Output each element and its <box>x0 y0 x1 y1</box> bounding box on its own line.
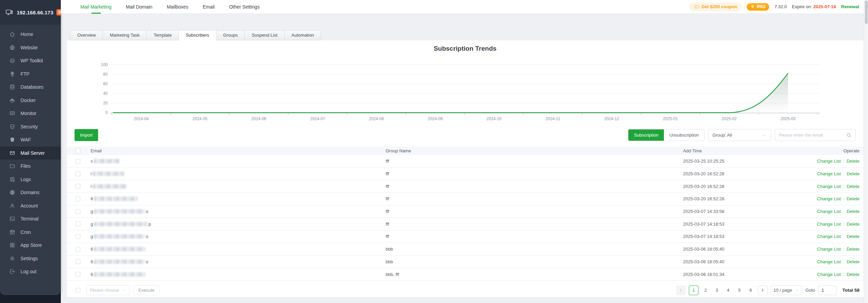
sidebar-item-app-store[interactable]: App Store <box>0 239 61 252</box>
server-info: 192.168.66.173 0 <box>0 0 61 25</box>
unsubscription-toggle[interactable]: Unsubscription <box>664 129 704 141</box>
renewal-link[interactable]: Renewal <box>841 4 859 9</box>
coupon-button[interactable]: Get $200 coupon <box>690 2 742 11</box>
change-list-link[interactable]: Change List <box>817 196 841 201</box>
sidebar-item-mail-server[interactable]: Mail Server <box>0 147 61 160</box>
sidebar-item-ftp[interactable]: FTP <box>0 67 61 81</box>
email-search-input[interactable] <box>779 132 846 138</box>
sidebar-item-website[interactable]: Website <box>0 41 61 54</box>
select-all-checkbox[interactable] <box>76 149 80 153</box>
sidebar-item-logs[interactable]: Logs <box>0 173 61 186</box>
subscribers-table: Email Group Name Operate Add Time s fff … <box>67 147 864 281</box>
change-list-link[interactable]: Change List <box>817 234 841 239</box>
top-nav-email[interactable]: Email <box>196 0 222 14</box>
addtime-cell: 2025-03-06 18:05:40 <box>683 247 724 252</box>
email-redacted-blur <box>93 184 127 189</box>
goto-page-input[interactable] <box>818 286 837 295</box>
expire-info: Expire on: 2025-07-18 <box>792 4 836 9</box>
row-checkbox[interactable] <box>76 209 80 214</box>
sidebar-item-domains[interactable]: Domains <box>0 186 61 199</box>
delete-link[interactable]: Delete <box>846 196 859 201</box>
row-checkbox[interactable] <box>76 159 80 164</box>
page-number-5[interactable]: 5 <box>735 288 744 293</box>
sidebar-item-security[interactable]: Security <box>0 120 61 134</box>
row-checkbox[interactable] <box>76 247 80 252</box>
sidebar-item-log-out[interactable]: Log out <box>0 265 61 278</box>
prev-page-button[interactable] <box>676 286 686 295</box>
change-list-link[interactable]: Change List <box>817 247 841 252</box>
page-number-1[interactable]: 1 <box>689 286 698 295</box>
delete-link[interactable]: Delete <box>846 184 859 189</box>
page-number-6[interactable]: 6 <box>747 288 755 293</box>
tab-subscribers[interactable]: Subscribers <box>178 30 216 41</box>
delete-link[interactable]: Delete <box>846 171 859 176</box>
sidebar-item-settings[interactable]: Settings <box>0 252 61 265</box>
sidebar-item-cron[interactable]: Cron <box>0 226 61 239</box>
delete-link[interactable]: Delete <box>846 247 859 252</box>
pro-badge[interactable]: PRO <box>747 3 769 11</box>
search-icon[interactable] <box>846 132 852 138</box>
page-size-select[interactable]: 10 / page <box>771 286 802 295</box>
tab-overview[interactable]: Overview <box>70 30 103 40</box>
sidebar-item-wp-toolkit[interactable]: WWP Toolkit <box>0 54 61 67</box>
change-list-link[interactable]: Change List <box>817 171 841 176</box>
change-list-link[interactable]: Change List <box>817 209 841 214</box>
delete-link[interactable]: Delete <box>846 159 859 164</box>
delete-link[interactable]: Delete <box>846 234 859 239</box>
sidebar-item-waf[interactable]: WAF <box>0 133 61 147</box>
change-list-link[interactable]: Change List <box>817 272 841 277</box>
column-header-email: Email <box>91 148 386 153</box>
sidebar-item-terminal[interactable]: Terminal <box>0 212 61 226</box>
page-number-2[interactable]: 2 <box>702 288 710 293</box>
page-number-3[interactable]: 3 <box>713 288 721 293</box>
next-page-button[interactable] <box>758 286 767 295</box>
delete-link[interactable]: Delete <box>846 209 859 214</box>
top-nav-other-settings[interactable]: Other Settings <box>222 0 267 14</box>
delete-link[interactable]: Delete <box>846 259 859 264</box>
scrollbar-track[interactable] <box>864 0 868 303</box>
top-nav-mail-domain[interactable]: Mail Domain <box>119 0 160 14</box>
sidebar-item-home[interactable]: Home <box>0 28 61 41</box>
delete-link[interactable]: Delete <box>846 222 859 227</box>
tab-automation[interactable]: Automation <box>284 30 321 40</box>
row-checkbox[interactable] <box>76 197 80 201</box>
sidebar-item-account[interactable]: Account <box>0 199 61 213</box>
page-number-4[interactable]: 4 <box>724 288 732 293</box>
group-filter-select[interactable]: Group: All <box>708 129 771 141</box>
delete-link[interactable]: Delete <box>846 272 859 277</box>
change-list-link[interactable]: Change List <box>817 159 841 164</box>
sidebar-item-label: Files <box>21 163 31 169</box>
email-visible-suffix: o <box>146 209 148 214</box>
email-visible-prefix: 6 <box>91 196 93 201</box>
change-list-link[interactable]: Change List <box>817 184 841 189</box>
sidebar-item-monitor[interactable]: Monitor <box>0 107 61 120</box>
row-checkbox[interactable] <box>76 172 80 176</box>
tab-groups[interactable]: Groups <box>216 30 245 40</box>
scrollbar-thumb[interactable] <box>865 1 868 24</box>
row-checkbox[interactable] <box>76 234 80 239</box>
footer-select-all-checkbox[interactable] <box>76 288 80 293</box>
sidebar-item-files[interactable]: Files <box>0 160 61 173</box>
change-list-link[interactable]: Change List <box>817 259 841 264</box>
top-nav-mail-marketing[interactable]: Mail Marketing <box>73 0 119 14</box>
notification-badge[interactable]: 0 <box>56 9 61 15</box>
row-checkbox[interactable] <box>76 259 80 264</box>
tab-marketing-task[interactable]: Marketing Task <box>103 30 147 40</box>
import-button[interactable]: Import <box>75 129 98 141</box>
top-nav-mailboxes[interactable]: Mailboxes <box>160 0 196 14</box>
tab-template[interactable]: Template <box>146 30 179 40</box>
subscription-toggle[interactable]: Subscription <box>628 129 664 141</box>
execute-button[interactable]: Execute <box>133 285 160 295</box>
sidebar-item-databases[interactable]: Databases <box>0 80 61 94</box>
sidebar-item-docker[interactable]: Docker <box>0 94 61 107</box>
gear-icon <box>9 255 15 262</box>
email-cell: l <box>91 184 386 189</box>
operate-cell: 2025-03-20 16:52:28 Change List Delete <box>683 184 864 189</box>
addtime-cell: 2025-03-07 14:18:53 <box>683 234 724 239</box>
bulk-action-select[interactable]: Please choose <box>86 285 130 295</box>
row-checkbox[interactable] <box>76 222 80 226</box>
row-checkbox[interactable] <box>76 184 80 189</box>
tab-suspend-list[interactable]: Suspend List <box>244 30 284 40</box>
change-list-link[interactable]: Change List <box>817 222 841 227</box>
row-checkbox[interactable] <box>76 272 80 277</box>
